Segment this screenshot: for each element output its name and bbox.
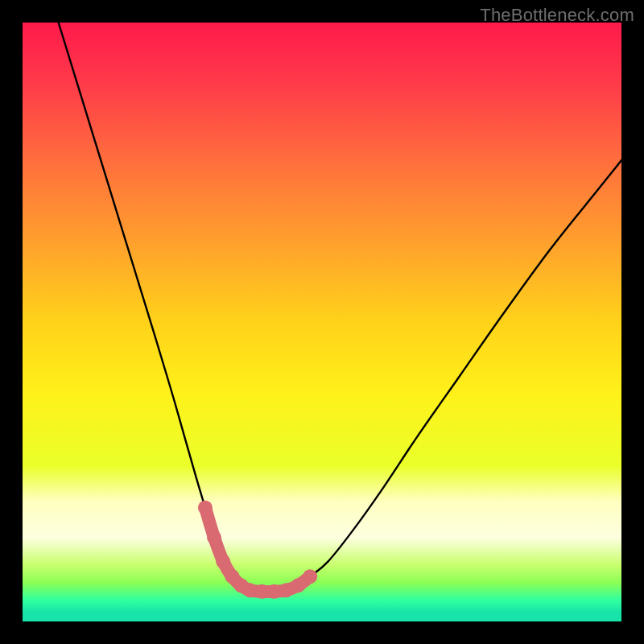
watermark-text: TheBottleneck.com — [480, 5, 634, 26]
chart-frame: TheBottleneck.com — [0, 0, 644, 644]
gradient-background — [23, 23, 621, 621]
highlight-dot — [216, 555, 230, 569]
highlight-dot — [198, 501, 213, 515]
plot-area — [23, 23, 621, 621]
highlight-dot — [291, 578, 305, 592]
highlight-dot — [303, 569, 317, 584]
highlight-dot — [207, 530, 221, 545]
bottleneck-chart — [23, 23, 621, 621]
